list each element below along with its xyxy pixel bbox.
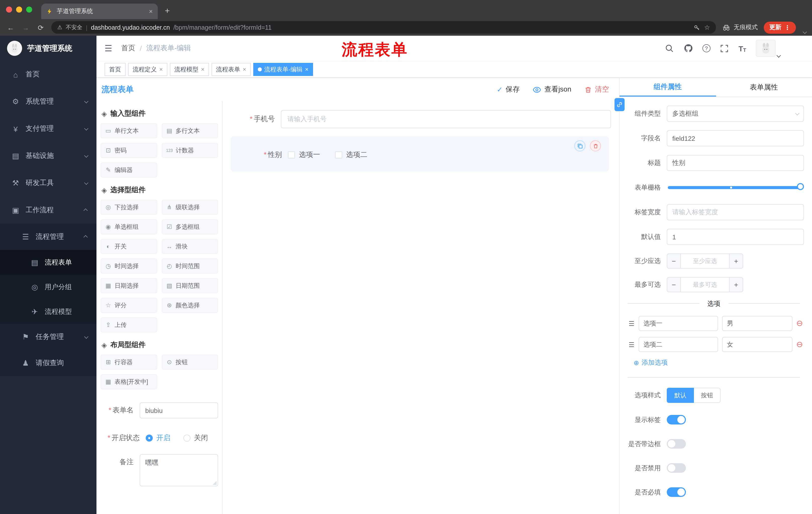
palette-item-color-picker[interactable]: ⊛颜色选择 (162, 298, 218, 313)
disabled-switch[interactable] (667, 463, 686, 473)
palette-item-rate[interactable]: ☆评分 (100, 298, 157, 313)
drag-handle-icon[interactable]: ☰ (629, 341, 634, 348)
zoom-window-button[interactable] (26, 6, 32, 12)
palette-item-checkbox-group[interactable]: ☑多选框组 (162, 219, 218, 234)
browser-tab[interactable]: 芋道管理系统 × (41, 3, 158, 19)
show-label-switch[interactable] (667, 415, 686, 425)
remark-textarea[interactable]: 嘿嘿 (140, 454, 218, 486)
sidebar-item-home[interactable]: ⌂ 首页 (0, 61, 96, 88)
plus-button[interactable]: + (729, 277, 743, 292)
checkbox-icon[interactable] (288, 152, 295, 158)
minus-button[interactable]: − (667, 277, 681, 292)
clear-button[interactable]: 清空 (584, 85, 609, 94)
sidebar-item-system[interactable]: ⚙ 系统管理 (0, 88, 96, 115)
tag-process-definition[interactable]: 流程定义 × (128, 63, 167, 76)
plus-button[interactable]: + (729, 253, 743, 269)
save-button[interactable]: ✓ 保存 (497, 85, 520, 94)
title-input[interactable]: 性别 (667, 155, 804, 171)
palette-item-multi-line-text[interactable]: ▤多行文本 (162, 123, 218, 138)
slider-handle[interactable] (797, 183, 804, 190)
browser-menu-dots-icon[interactable]: ⋮ (784, 24, 790, 31)
palette-item-date-range[interactable]: ▧日期范围 (162, 278, 218, 293)
tag-process-form-edit[interactable]: 流程表单-编辑 × (253, 63, 313, 76)
sidebar-item-process-form[interactable]: ▤ 流程表单 (0, 250, 96, 275)
tag-close-icon[interactable]: × (201, 66, 204, 73)
field-name-input[interactable]: field122 (667, 130, 804, 146)
bookmark-star-icon[interactable]: ☆ (704, 24, 710, 31)
palette-item-cascader[interactable]: ⋔级联选择 (162, 200, 218, 215)
sidebar-item-user-group[interactable]: ◎ 用户分组 (0, 275, 96, 299)
remove-option-icon[interactable]: ⊖ (796, 319, 803, 327)
remove-option-icon[interactable]: ⊖ (796, 341, 803, 349)
min-select-input[interactable]: 至少应选 (681, 253, 729, 269)
form-name-input[interactable]: biubiu (140, 402, 218, 418)
palette-item-radio-group[interactable]: ◉单选框组 (100, 219, 157, 234)
component-type-select[interactable]: 多选框组 (667, 106, 804, 122)
reload-icon[interactable]: ⟳ (36, 23, 45, 31)
tag-close-icon[interactable]: × (159, 66, 163, 73)
required-switch[interactable] (667, 487, 686, 497)
gender-option-2[interactable]: 选项二 (335, 151, 367, 159)
new-tab-button[interactable]: + (165, 6, 170, 16)
sidebar-item-workflow[interactable]: ▣ 工作流程 (0, 197, 96, 224)
close-window-button[interactable] (6, 6, 12, 12)
breadcrumb-home[interactable]: 首页 (121, 44, 136, 53)
style-button-button[interactable]: 按钮 (694, 388, 721, 403)
palette-item-upload[interactable]: ⇪上传 (100, 317, 157, 332)
avatar[interactable] (756, 40, 776, 57)
sidebar-item-payment[interactable]: ¥ 支付管理 (0, 115, 96, 142)
tag-home[interactable]: 首页 (105, 63, 126, 76)
palette-item-counter[interactable]: 123计数器 (162, 143, 218, 158)
palette-item-select[interactable]: ◎下拉选择 (100, 200, 157, 215)
password-key-icon[interactable] (694, 24, 701, 31)
status-on-radio[interactable]: 开启 (146, 434, 170, 442)
palette-item-password[interactable]: ⊡密码 (100, 143, 157, 158)
palette-item-switch[interactable]: ◐开关 (100, 239, 157, 254)
tab-close-icon[interactable]: × (149, 7, 153, 15)
palette-item-slider[interactable]: ↔滑块 (162, 239, 218, 254)
gender-option-1[interactable]: 选项一 (288, 151, 320, 159)
copy-component-button[interactable] (574, 140, 585, 152)
tab-form-props[interactable]: 表单属性 (716, 78, 812, 97)
field-phone[interactable]: *手机号 请输入手机号 (231, 110, 611, 128)
sidebar-item-process-model[interactable]: ✈ 流程模型 (0, 299, 96, 324)
panel-link-handle[interactable] (614, 98, 625, 111)
update-button[interactable]: 更新 ⋮ (764, 21, 796, 33)
fullscreen-icon[interactable] (720, 44, 729, 53)
palette-item-single-line-text[interactable]: ▭单行文本 (100, 123, 157, 138)
hamburger-icon[interactable]: ☰ (105, 43, 112, 54)
palette-item-button[interactable]: ⊙按钮 (162, 355, 218, 370)
option-1-label-input[interactable]: 选项一 (638, 316, 718, 331)
search-icon[interactable] (665, 44, 674, 53)
field-gender-selected[interactable]: *性别 选项一 选项二 (231, 136, 609, 171)
forward-icon[interactable]: → (21, 23, 30, 31)
toolbar-chevron-down-icon[interactable] (803, 30, 807, 34)
phone-input[interactable]: 请输入手机号 (281, 110, 611, 128)
palette-item-date-picker[interactable]: ▦日期选择 (100, 278, 157, 293)
sidebar-item-leave-query[interactable]: ♟ 请假查询 (0, 350, 96, 376)
delete-component-button[interactable] (590, 140, 601, 152)
sidebar-item-devtools[interactable]: ⚒ 研发工具 (0, 169, 96, 197)
sidebar-logo[interactable]: 芋道管理系统 (0, 36, 96, 61)
tag-close-icon[interactable]: × (243, 66, 246, 73)
checkbox-icon[interactable] (335, 152, 342, 158)
add-option-button[interactable]: ⊕ 添加选项 (634, 358, 804, 367)
back-icon[interactable]: ← (6, 23, 15, 31)
tab-component-props[interactable]: 组件属性 (619, 78, 716, 97)
github-icon[interactable] (684, 44, 693, 53)
label-width-input[interactable]: 请输入标签宽度 (667, 204, 804, 220)
sidebar-item-process-management[interactable]: ☰ 流程管理 (0, 224, 96, 250)
font-size-icon[interactable]: TT (738, 44, 746, 53)
option-1-value-input[interactable]: 男 (722, 316, 792, 331)
palette-item-editor[interactable]: ✎编辑器 (100, 162, 157, 178)
palette-item-time-range[interactable]: ◴时间范围 (162, 259, 218, 274)
palette-item-time-picker[interactable]: ◷时间选择 (100, 259, 157, 274)
palette-item-row-container[interactable]: ⊞行容器 (100, 355, 157, 370)
grid-slider[interactable] (668, 186, 800, 189)
sidebar-item-task-management[interactable]: ⚑ 任务管理 (0, 324, 96, 350)
style-default-button[interactable]: 默认 (667, 388, 694, 403)
option-2-value-input[interactable]: 女 (722, 337, 792, 352)
border-switch[interactable] (667, 439, 686, 449)
palette-item-table[interactable]: ▦表格[开发中] (100, 374, 157, 389)
view-json-button[interactable]: 查看json (533, 85, 571, 94)
